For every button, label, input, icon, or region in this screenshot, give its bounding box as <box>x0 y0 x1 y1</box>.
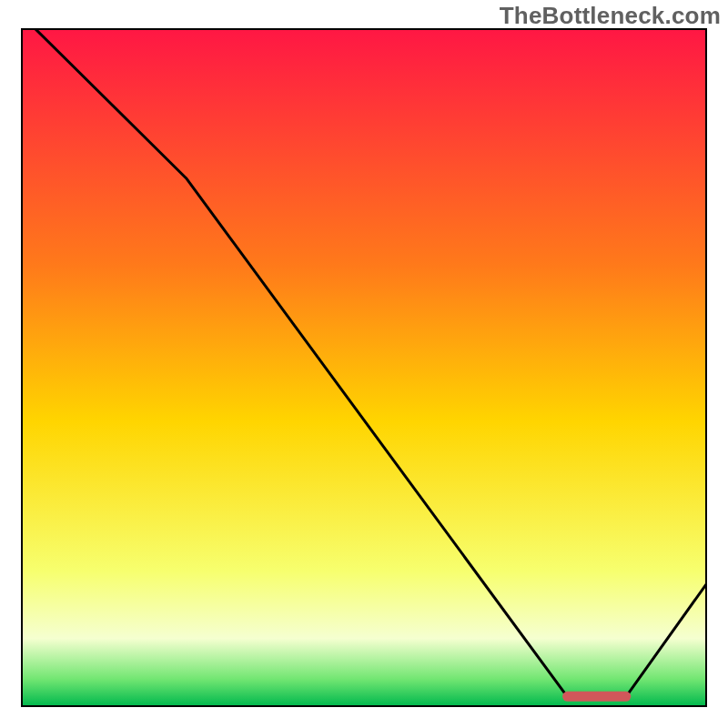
watermark-text: TheBottleneck.com <box>500 2 721 30</box>
bottleneck-chart <box>0 0 728 728</box>
chart-stage: TheBottleneck.com <box>0 0 728 728</box>
chart-background <box>22 29 706 706</box>
optimal-range-marker <box>562 692 631 702</box>
